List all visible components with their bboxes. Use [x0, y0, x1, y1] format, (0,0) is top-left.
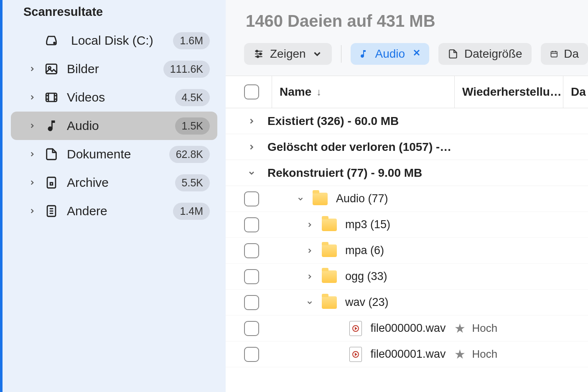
svg-point-0 [54, 42, 55, 43]
filesize-button-label: Dateigröße [464, 47, 522, 61]
date-button[interactable]: Da [541, 43, 588, 65]
file-name: file000000.wav [370, 322, 445, 335]
sidebar-item-badge: 5.5K [175, 174, 210, 191]
file-row[interactable]: file000001.wav ★ Hoch [226, 341, 588, 367]
group-label: Existiert (326) - 60.0 MB [267, 115, 399, 128]
chevron-right-icon [28, 122, 36, 130]
toolbar-divider [341, 45, 342, 63]
sidebar-item-andere[interactable]: Andere 1.4M [11, 197, 217, 225]
folder-icon [322, 244, 337, 257]
svg-point-21 [256, 50, 258, 52]
row-checkbox[interactable] [244, 217, 259, 232]
chevron-right-icon [306, 221, 313, 229]
sidebar-item-badge: 62.8K [169, 146, 210, 163]
sidebar-item-label: Andere [67, 204, 165, 218]
sidebar-item-dokumente[interactable]: Dokumente 62.8K [11, 140, 217, 168]
sidebar-title: Scanresultate [3, 0, 226, 26]
other-icon [44, 204, 59, 218]
folder-row-mpa[interactable]: mpa (6) [226, 238, 588, 264]
column-header-name[interactable]: Name ↓ [272, 76, 454, 108]
filter-chip-audio[interactable]: Audio [351, 43, 429, 65]
document-icon [44, 147, 59, 161]
folder-row-mp3[interactable]: mp3 (15) [226, 212, 588, 238]
close-icon[interactable] [412, 47, 422, 61]
group-label: Gelöscht oder verloren (1057) -… [267, 140, 451, 154]
audio-file-icon [349, 321, 362, 336]
audio-file-icon [349, 347, 362, 362]
folder-icon [322, 296, 337, 309]
sidebar-item-audio[interactable]: Audio 1.5K [11, 112, 217, 140]
video-icon [44, 90, 59, 104]
folder-icon [322, 219, 337, 231]
show-button[interactable]: Zeigen [244, 43, 332, 65]
table-header: Name ↓ Wiederherstellu… Da [226, 76, 588, 108]
row-checkbox[interactable] [244, 191, 259, 206]
folder-label: Audio (77) [336, 192, 588, 205]
recovery-cell: ★ Hoch [454, 321, 560, 336]
toolbar: Zeigen Audio Dateigröße Da [226, 43, 588, 76]
chevron-right-icon [28, 94, 36, 101]
sidebar-item-label: Bilder [67, 62, 155, 76]
audio-icon [44, 119, 59, 133]
svg-point-23 [257, 56, 259, 57]
sidebar-item-badge: 1.4M [173, 203, 210, 220]
svg-rect-3 [46, 93, 57, 102]
show-button-label: Zeigen [270, 47, 306, 61]
select-all-checkbox[interactable] [244, 84, 259, 99]
date-button-label: Da [564, 47, 579, 61]
svg-rect-26 [551, 51, 557, 57]
sidebar-item-videos[interactable]: Videos 4.5K [11, 83, 217, 112]
document-icon [448, 48, 458, 59]
sidebar-item-badge: 1.6M [173, 32, 210, 49]
sidebar-item-label: Audio [67, 119, 167, 133]
recovery-label: Hoch [472, 322, 498, 335]
sidebar: Scanresultate Local Disk (C:) 1.6M Bilde… [0, 0, 226, 392]
folder-row-audio[interactable]: Audio (77) [226, 186, 588, 212]
chevron-down-icon [312, 48, 323, 59]
folder-row-wav[interactable]: wav (23) [226, 290, 588, 316]
row-checkbox[interactable] [244, 269, 259, 284]
row-checkbox[interactable] [244, 347, 259, 362]
image-icon [44, 62, 59, 76]
sidebar-item-archive[interactable]: Archive 5.5K [11, 168, 217, 197]
folder-icon [322, 270, 337, 283]
sliders-icon [253, 48, 264, 59]
sidebar-item-local-disk[interactable]: Local Disk (C:) 1.6M [11, 26, 217, 55]
file-row[interactable]: file000000.wav ★ Hoch [226, 316, 588, 341]
column-header-recovery[interactable]: Wiederherstellu… [454, 76, 563, 108]
calendar-icon [550, 48, 558, 59]
sidebar-item-label: Archive [67, 176, 167, 190]
folder-label: wav (23) [345, 296, 588, 309]
page-title: 1460 Daeien auf 431 MB [226, 0, 588, 43]
folder-label: mpa (6) [345, 244, 588, 257]
sort-desc-icon: ↓ [316, 86, 321, 98]
folder-label: ogg (33) [345, 270, 588, 283]
sidebar-item-bilder[interactable]: Bilder 111.6K [11, 55, 217, 83]
group-reconstructed[interactable]: Rekonstruiert (77) - 9.00 MB [226, 160, 588, 186]
sidebar-item-badge: 4.5K [175, 89, 210, 106]
folder-icon [313, 193, 328, 205]
chevron-down-icon [297, 195, 304, 203]
filesize-button[interactable]: Dateigröße [438, 43, 532, 65]
file-tree: Existiert (326) - 60.0 MB Gelöscht oder … [226, 108, 588, 392]
group-deleted[interactable]: Gelöscht oder verloren (1057) -… [226, 134, 588, 160]
row-checkbox[interactable] [244, 295, 259, 310]
column-header-date[interactable]: Da [563, 76, 588, 108]
disk-icon [44, 33, 59, 48]
sidebar-item-label: Videos [67, 90, 167, 104]
chevron-right-icon [28, 65, 36, 73]
archive-icon [44, 176, 59, 190]
chevron-right-icon [28, 179, 36, 186]
row-checkbox[interactable] [244, 243, 259, 258]
main-panel: 1460 Daeien auf 431 MB Zeigen Audio Date… [226, 0, 588, 392]
folder-row-ogg[interactable]: ogg (33) [226, 264, 588, 290]
group-existiert[interactable]: Existiert (326) - 60.0 MB [226, 108, 588, 134]
chevron-right-icon [306, 273, 313, 280]
row-checkbox[interactable] [244, 321, 259, 336]
sidebar-item-label: Local Disk (C:) [71, 33, 160, 48]
recovery-cell: ★ Hoch [454, 347, 560, 361]
star-icon: ★ [454, 347, 466, 361]
folder-label: mp3 (15) [345, 218, 588, 231]
chevron-right-icon [247, 117, 256, 125]
chevron-right-icon [28, 150, 36, 158]
